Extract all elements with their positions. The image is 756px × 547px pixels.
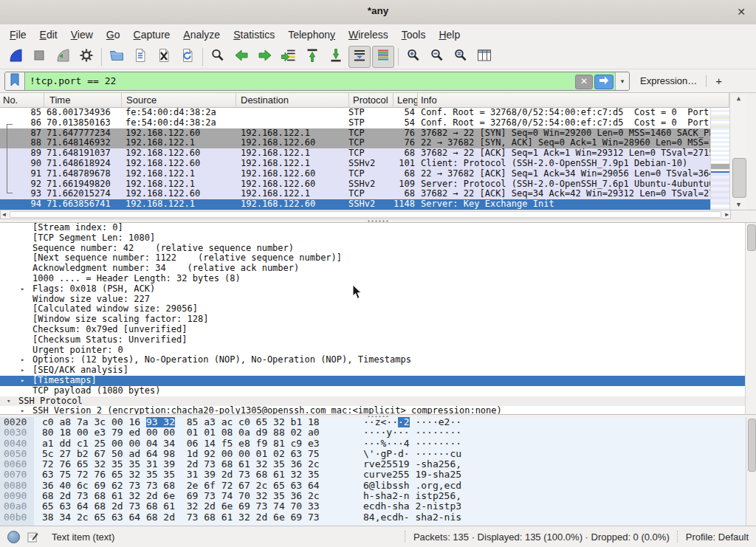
expand-icon[interactable]: ▸ — [21, 376, 24, 386]
hex-row-0050[interactable]: 00505c 27 b2 67 50 ad 64 98 1d 92 00 00 … — [0, 449, 756, 459]
start-capture-button[interactable] — [4, 46, 27, 68]
resize-columns-button[interactable] — [473, 46, 495, 68]
column-header-length[interactable]: Length — [394, 93, 418, 108]
menu-file[interactable]: File — [3, 27, 33, 43]
packet-row-93[interactable]: 9371.662015274192.168.122.60192.168.122.… — [0, 189, 710, 199]
packet-list-hscrollbar[interactable]: ◀ ▶ — [0, 210, 731, 219]
close-window-button[interactable]: ✕ — [734, 4, 749, 19]
packet-row-89[interactable]: 8971.648191037192.168.122.60192.168.122.… — [0, 148, 710, 159]
hex-row-0040[interactable]: 0040a1 dd c1 25 00 00 04 34 06 14 f5 e8 … — [0, 438, 756, 449]
expand-icon[interactable]: ▸ — [21, 355, 24, 365]
hex-row-00b0[interactable]: 00b038 34 2c 65 63 64 68 2d 73 68 61 32 … — [0, 512, 756, 523]
hex-row-0020[interactable]: 0020c0 a8 7a 3c 00 16 93 32 85 a3 ac c0 … — [0, 417, 756, 427]
packet-row-86[interactable]: 8670.013850163fe:54:00:d4:38:2aSTP54Conf… — [0, 118, 710, 128]
menu-edit[interactable]: Edit — [33, 27, 64, 43]
hex-row-0080[interactable]: 008036 40 6c 69 62 73 73 68 2e 6f 72 67 … — [0, 481, 756, 491]
hex-row-0030[interactable]: 003080 18 00 e3 79 ed 00 00 01 01 08 0a … — [0, 427, 756, 438]
capture-comment-icon[interactable] — [27, 531, 38, 543]
menu-tools[interactable]: Tools — [395, 27, 433, 43]
go-forward-button[interactable] — [254, 46, 276, 68]
menu-help[interactable]: Help — [432, 27, 467, 43]
capture-options-button[interactable] — [75, 46, 97, 68]
packet-row-94[interactable]: 9471.663856741192.168.122.1192.168.122.6… — [0, 199, 710, 210]
detail-line-6[interactable]: ▸Flags: 0x018 (PSH, ACK) — [0, 284, 756, 295]
expand-icon[interactable]: ▸ — [21, 406, 24, 414]
bytes-vscrollbar[interactable] — [746, 417, 756, 526]
scroll-left-icon[interactable]: ◀ — [2, 210, 6, 219]
detail-line-15[interactable]: ▸[Timestamps] — [0, 376, 756, 386]
go-to-packet-button[interactable] — [278, 46, 300, 68]
column-header-time[interactable]: Time — [44, 93, 122, 108]
packet-row-91[interactable]: 9171.648789678192.168.122.1192.168.122.6… — [0, 169, 710, 179]
expand-icon[interactable]: ▸ — [21, 365, 24, 376]
detail-line-12[interactable]: Urgent pointer: 0 — [0, 345, 756, 356]
zoom-original-button[interactable] — [450, 46, 472, 68]
menu-analyze[interactable]: Analyze — [176, 27, 227, 43]
menu-capture[interactable]: Capture — [127, 27, 177, 43]
detail-line-10[interactable]: Checksum: 0x79ed [unverified] — [0, 325, 756, 335]
menu-view[interactable]: View — [64, 27, 100, 43]
find-packet-button[interactable] — [207, 46, 229, 68]
menu-statistics[interactable]: Statistics — [227, 27, 281, 43]
detail-line-5[interactable]: 1000 .... = Header Length: 32 bytes (8) — [0, 274, 756, 284]
hex-row-0070[interactable]: 007063 75 72 76 65 32 35 35 31 39 2d 73 … — [0, 469, 756, 480]
zoom-in-button[interactable] — [402, 46, 425, 68]
filter-clear-button[interactable]: ✕ — [575, 75, 593, 89]
go-bottom-button[interactable] — [325, 46, 347, 68]
column-header-no[interactable]: No. — [0, 93, 44, 108]
packet-list-vscrollbar[interactable]: ▲ ▼ — [729, 93, 747, 210]
close-file-button[interactable] — [153, 46, 175, 68]
filter-bookmark-button[interactable] — [5, 72, 25, 90]
expression-button[interactable]: Expression… — [630, 75, 706, 86]
packet-row-85[interactable]: 8568.001734936fe:54:00:d4:38:2aSTP54Conf… — [0, 108, 710, 118]
go-top-button[interactable] — [301, 46, 323, 68]
detail-line-2[interactable]: Sequence number: 42 (relative sequence n… — [0, 244, 756, 254]
intelligent-scrollbar-minimap[interactable] — [710, 108, 730, 210]
packet-row-87[interactable]: 8771.647777234192.168.122.60192.168.122.… — [0, 128, 710, 139]
detail-line-13[interactable]: ▸Options: (12 bytes), No-Operation (NOP)… — [0, 355, 756, 365]
add-filter-button[interactable]: + — [707, 75, 731, 87]
detail-line-1[interactable]: [TCP Segment Len: 1080] — [0, 233, 756, 244]
packet-row-90[interactable]: 9071.648618924192.168.122.60192.168.122.… — [0, 159, 710, 169]
detail-line-14[interactable]: ▸[SEQ/ACK analysis] — [0, 365, 756, 376]
hex-row-0060[interactable]: 006072 76 65 32 35 35 31 39 2d 73 68 61 … — [0, 459, 756, 469]
detail-line-9[interactable]: [Window size scaling factor: 128] — [0, 314, 756, 325]
detail-line-4[interactable]: Acknowledgment number: 34 (relative ack … — [0, 264, 756, 274]
column-header-source[interactable]: Source — [122, 93, 236, 108]
filter-apply-button[interactable] — [594, 75, 614, 89]
details-vscrollbar[interactable] — [745, 223, 756, 414]
column-header-destination[interactable]: Destination — [236, 93, 349, 108]
colorize-button[interactable] — [372, 46, 394, 68]
column-header-protocol[interactable]: Protocol — [349, 93, 394, 108]
stop-capture-button[interactable] — [28, 46, 50, 68]
menu-telephony[interactable]: Telephony — [281, 27, 342, 43]
scroll-right-icon[interactable]: ▶ — [725, 210, 729, 219]
packet-row-88[interactable]: 8871.648146932192.168.122.1192.168.122.6… — [0, 138, 710, 148]
detail-line-7[interactable]: Window size value: 227 — [0, 295, 756, 305]
menu-go[interactable]: Go — [100, 27, 127, 43]
save-file-button[interactable] — [129, 46, 151, 68]
vscrollbar-thumb[interactable] — [732, 158, 746, 198]
auto-scroll-button[interactable] — [348, 46, 371, 68]
detail-line-17[interactable]: ▾SSH Protocol — [0, 396, 756, 407]
packet-row-92[interactable]: 9271.661949820192.168.122.1192.168.122.6… — [0, 179, 710, 190]
detail-line-11[interactable]: [Checksum Status: Unverified] — [0, 335, 756, 345]
collapse-icon[interactable]: ▾ — [7, 396, 10, 407]
hscrollbar-thumb[interactable] — [10, 211, 721, 218]
expand-icon[interactable]: ▸ — [21, 284, 24, 295]
open-file-button[interactable] — [106, 46, 128, 68]
detail-line-0[interactable]: [Stream index: 0] — [0, 223, 756, 233]
menu-wireless[interactable]: Wireless — [342, 27, 395, 43]
hex-row-00a0[interactable]: 00a065 63 64 68 2d 73 68 61 32 2d 6e 69 … — [0, 501, 756, 512]
scroll-down-icon[interactable]: ▼ — [730, 201, 747, 208]
scroll-up-icon[interactable]: ▲ — [730, 94, 747, 102]
detail-line-8[interactable]: [Calculated window size: 29056] — [0, 304, 756, 314]
go-back-button[interactable] — [230, 46, 252, 68]
detail-line-18[interactable]: ▸SSH Version 2 (encryption:chacha20-poly… — [0, 406, 756, 414]
hex-row-0090[interactable]: 009068 2d 73 68 61 32 2d 6e 69 73 74 70 … — [0, 491, 756, 501]
restart-capture-button[interactable] — [52, 46, 74, 68]
filter-dropdown-button[interactable]: ▾ — [615, 72, 629, 90]
column-header-info[interactable]: Info — [418, 93, 729, 108]
reload-file-button[interactable] — [176, 46, 199, 68]
title-bar[interactable]: *any ✕ — [0, 0, 756, 25]
